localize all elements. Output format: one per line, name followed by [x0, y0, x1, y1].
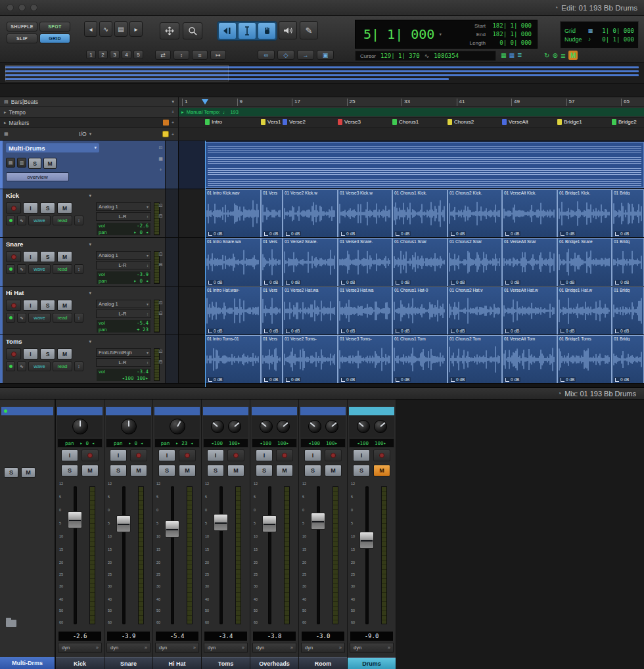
mute-button[interactable]: M — [57, 202, 72, 214]
main-counter[interactable]: 5| 1| 000 ▾ — [356, 26, 459, 42]
elastic-audio-button[interactable]: ∿ — [17, 216, 26, 225]
solo-button[interactable]: S — [353, 465, 370, 476]
grid-label[interactable]: Grid — [564, 28, 586, 34]
clip-01-intro-kick-wav[interactable]: 01 Intro Kick.wav0 dB — [205, 189, 261, 237]
track-nameplate[interactable]: Room — [299, 657, 347, 669]
insertion-marker-button[interactable]: → — [297, 50, 314, 60]
pan-row[interactable]: ◂100 100▸ — [99, 375, 149, 382]
clip-01-verse3-hat-wa[interactable]: 01 Verse3 Hat.wa0 dB — [338, 287, 392, 334]
clip-gain-badge[interactable]: 0 dB — [504, 280, 520, 285]
add-lane-icon[interactable]: + — [158, 167, 164, 173]
clip-effects-icon[interactable]: ⊡ — [158, 300, 164, 306]
mode-shuffle-button[interactable]: SHUFFLE — [7, 22, 37, 32]
volume-display[interactable]: -3.8 — [252, 631, 296, 641]
elastic-audio-button[interactable]: ∿ — [17, 361, 26, 371]
clip-gain-badge[interactable]: 0 dB — [263, 377, 279, 382]
folder-view-icon[interactable]: ▤ — [6, 158, 15, 168]
clip-01-verse3-snare[interactable]: 01 Verse3 Snare.0 dB — [338, 238, 392, 286]
pan-display[interactable]: ◂100 100▸ — [300, 438, 346, 448]
fader-track[interactable] — [268, 486, 271, 624]
marker-tag-icon[interactable] — [162, 131, 169, 137]
mode-slip-button[interactable]: SLIP — [7, 34, 37, 43]
volume-display[interactable]: -3.0 — [301, 631, 345, 641]
fader-track[interactable] — [122, 486, 126, 624]
pan-row[interactable]: pan▸ 0 ◂ — [99, 229, 149, 236]
marker-well-icon[interactable] — [163, 120, 169, 126]
dyn-insert-row[interactable]: dyn» — [350, 643, 394, 653]
clip-01-bridge1-snare[interactable]: 01 Bridge1 Snare0 dB — [557, 238, 612, 286]
track-view-button[interactable]: wave — [28, 313, 51, 323]
trim-tool-button[interactable] — [218, 22, 237, 39]
clip-effects-icon[interactable]: ⊡ — [158, 348, 164, 354]
clip-gain-badge[interactable]: 0 dB — [285, 280, 301, 285]
marker-bridge2[interactable]: Bridge2 — [612, 119, 637, 125]
fader-track[interactable] — [171, 486, 174, 624]
clip-gain-badge[interactable]: 0 dB — [285, 329, 301, 333]
overview-button[interactable]: overview — [6, 172, 69, 181]
scrub-tool-button[interactable] — [279, 21, 297, 39]
mute-button[interactable]: M — [21, 467, 35, 478]
clip-gain-badge[interactable]: 0 dB — [285, 377, 301, 382]
show-lanes-button[interactable]: ↕ — [74, 216, 83, 225]
show-lanes-button[interactable]: ↕ — [74, 361, 83, 371]
record-enable-button[interactable] — [6, 251, 21, 262]
volume-row[interactable]: vol-3.9 — [99, 271, 149, 278]
dyn-insert-row[interactable]: dyn» — [252, 643, 296, 653]
timebase-led-button[interactable] — [6, 216, 15, 225]
insertion-follows-button[interactable]: ↦ — [210, 50, 226, 60]
zoom-preset-1-button[interactable]: 1 — [86, 50, 96, 59]
clip-gain-badge[interactable]: 0 dB — [394, 231, 411, 236]
input-monitor-button[interactable]: I — [23, 202, 38, 214]
clip-gain-badge[interactable]: 0 dB — [263, 280, 279, 285]
pan-knob[interactable] — [260, 420, 273, 433]
grid-view-icon[interactable]: ▦ — [158, 156, 164, 162]
fader-cap[interactable] — [68, 511, 82, 528]
clip-gain-badge[interactable]: 0 dB — [449, 231, 466, 236]
clip-01-verse3-kick-w[interactable]: 01 Verse3 Kick.w0 dB — [338, 189, 392, 237]
fader-track[interactable] — [365, 486, 369, 624]
dyn-insert-row[interactable]: dyn» — [301, 643, 345, 653]
record-enable-button[interactable] — [179, 450, 196, 461]
dyn-insert-row[interactable]: dyn» — [155, 643, 199, 653]
clip-01-verse2-kick-w[interactable]: 01 Verse2 Kick.w0 dB — [283, 189, 338, 237]
clip-01-intro-toms-01[interactable]: 01 Intro Toms-010 dB — [205, 335, 261, 383]
clip-01-versealt-tom[interactable]: 01 VerseAlt Tom0 dB — [502, 335, 557, 383]
volume-display[interactable]: -9.0 — [350, 631, 394, 641]
universe-current-view[interactable] — [5, 65, 229, 81]
mute-button[interactable]: M — [325, 465, 342, 476]
mute-button[interactable]: M — [227, 465, 244, 476]
solo-button[interactable]: S — [40, 202, 55, 214]
end-value[interactable]: 182| 1| 000 — [491, 30, 532, 39]
clip-01-vers[interactable]: 01 Vers0 dB — [261, 238, 283, 286]
input-monitor-button[interactable]: I — [110, 450, 127, 461]
fader-track[interactable] — [74, 486, 77, 624]
volume-row[interactable]: vol-5.4 — [99, 320, 149, 327]
freeze-track-icon[interactable]: ⊟ — [158, 213, 164, 219]
clip-01-chorus1-kick[interactable]: 01 Chorus1 Kick.0 dB — [392, 189, 448, 237]
freeze-track-icon[interactable]: ⊟ — [158, 262, 164, 267]
nudge-label[interactable]: Nudge — [564, 36, 586, 43]
clip-gain-badge[interactable]: 0 dB — [285, 231, 301, 236]
tempo-ruler[interactable]: ▸ Manual Tempo: ♩ 193 — [179, 107, 644, 118]
clip-gain-badge[interactable]: 0 dB — [559, 377, 576, 382]
io-view-label[interactable]: I/O — [79, 131, 86, 137]
clip-gain-badge[interactable]: 0 dB — [504, 329, 520, 333]
zoom-in-arrow-button[interactable]: ▸ — [129, 21, 143, 37]
grid-green-icon[interactable]: ▦ — [501, 52, 507, 58]
clip-gain-badge[interactable]: 0 dB — [340, 377, 356, 382]
mode-spot-button[interactable]: SPOT — [39, 22, 70, 32]
track-nameplate[interactable]: Overheads — [250, 657, 298, 669]
pan-display[interactable]: pan ▸ 0 ◂ — [106, 438, 151, 448]
solo-button[interactable]: S — [40, 300, 55, 311]
marker-bridge1[interactable]: Bridge1 — [557, 119, 582, 125]
track-name-button[interactable]: Toms▾ — [6, 337, 91, 346]
add-marker-icon[interactable]: + — [172, 120, 174, 125]
mode-grid-button[interactable]: GRID — [39, 34, 70, 43]
record-enable-button[interactable] — [373, 450, 390, 461]
layered-editing-button[interactable]: ≡ — [192, 50, 208, 60]
input-selector[interactable]: Analog 1▾ — [96, 300, 151, 308]
link-timeline-button[interactable]: ∞ — [258, 50, 275, 60]
mute-button[interactable]: M — [373, 465, 390, 476]
zoomer-tool-button[interactable] — [183, 22, 202, 39]
add-ruler-icon[interactable]: + — [172, 132, 174, 137]
